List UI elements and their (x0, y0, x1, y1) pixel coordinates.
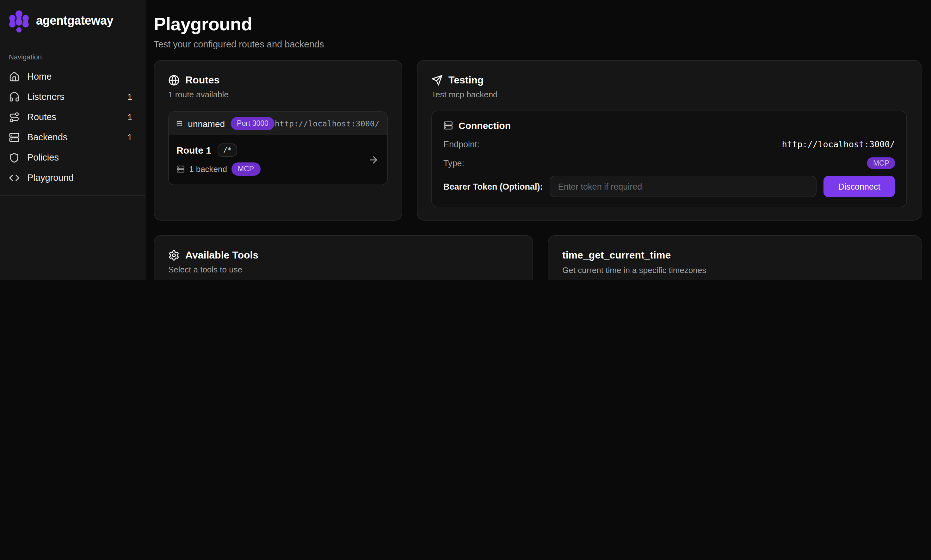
testing-card-header: Testing (432, 75, 907, 86)
testing-card-subtitle: Test mcp backend (432, 90, 907, 100)
disconnect-button[interactable]: Disconnect (823, 176, 895, 197)
available-tools-card: Available Tools Select a tools to use Na… (154, 235, 533, 280)
route-type-badge: MCP (231, 163, 260, 176)
routes-card-title: Routes (185, 75, 219, 86)
page-title: Playground (154, 12, 922, 36)
shield-icon (9, 152, 20, 163)
bearer-token-input[interactable] (550, 176, 817, 197)
listener-group: unnamed Port 3000 http://localhost:3000/… (168, 112, 388, 186)
bottom-row: Available Tools Select a tools to use Na… (154, 235, 922, 280)
endpoint-value: http://localhost:3000/ (782, 139, 895, 149)
port-badge: Port 3000 (231, 117, 275, 131)
sidebar-item-badge: 1 (128, 112, 132, 122)
server-icon (176, 119, 182, 129)
sidebar-item-routes[interactable]: Routes 1 (0, 107, 145, 127)
sidebar-item-badge: 1 (128, 132, 132, 142)
endpoint-row: Endpoint: http://localhost:3000/ (443, 139, 895, 149)
tools-card-title: Available Tools (185, 250, 258, 262)
tool-runner-card: time_get_current_time Get current time i… (548, 235, 922, 280)
top-row: Routes 1 route available unnamed Port 30… (154, 60, 922, 221)
route-item[interactable]: Route 1 /* 1 backend MCP (169, 135, 387, 185)
routes-card: Routes 1 route available unnamed Port 30… (154, 60, 402, 221)
listener-name: unnamed (188, 119, 225, 129)
backend-count: 1 backend (189, 164, 227, 174)
listener-url: http://localhost:3000/ (275, 119, 379, 129)
tool-runner-subtitle: Get current time in a specific timezones (562, 266, 907, 275)
connection-header: Connection (443, 120, 895, 131)
headphones-icon (9, 91, 20, 102)
globe-icon (168, 75, 180, 86)
route-icon (9, 112, 20, 122)
endpoint-label: Endpoint: (443, 140, 479, 149)
app-root: agentgateway Navigation Home Listeners 1 (0, 0, 931, 280)
testing-card-title: Testing (449, 75, 484, 86)
nav-section-label: Navigation (9, 53, 145, 61)
route-line1: Route 1 /* (176, 144, 379, 157)
type-label: Type: (443, 158, 464, 168)
tools-card-header: Available Tools (168, 250, 519, 262)
testing-card: Testing Test mcp backend Connection Endp… (417, 60, 922, 221)
sidebar-item-label: Listeners (27, 92, 65, 102)
sidebar-item-label: Routes (27, 112, 56, 122)
route-name: Route 1 (176, 145, 211, 156)
sidebar-item-home[interactable]: Home (0, 66, 145, 86)
send-icon (432, 75, 443, 86)
sidebar-item-label: Backends (27, 132, 67, 142)
sidebar-divider (0, 195, 145, 196)
listener-row[interactable]: unnamed Port 3000 http://localhost:3000/ (169, 112, 387, 135)
bearer-token-label: Bearer Token (Optional): (443, 182, 543, 192)
route-line2: 1 backend MCP (176, 163, 379, 176)
sidebar-item-backends[interactable]: Backends 1 (0, 127, 145, 147)
routes-card-header: Routes (168, 75, 388, 86)
sidebar-item-policies[interactable]: Policies (0, 147, 145, 168)
page-subtitle: Test your configured routes and backends (154, 40, 922, 49)
home-icon (9, 71, 20, 82)
agentgateway-logo-icon (9, 9, 29, 32)
routes-card-subtitle: 1 route available (168, 90, 388, 100)
type-badge: MCP (868, 158, 895, 169)
route-path-badge: /* (217, 144, 237, 157)
code-icon (9, 172, 20, 183)
server-icon (176, 165, 185, 173)
gear-icon (168, 250, 180, 262)
brand[interactable]: agentgateway (0, 0, 145, 42)
sidebar-item-listeners[interactable]: Listeners 1 (0, 86, 145, 107)
sidebar-item-badge: 1 (128, 92, 132, 102)
sidebar-item-playground[interactable]: Playground (0, 168, 145, 188)
brand-name: agentgateway (36, 14, 113, 28)
sidebar-item-label: Policies (27, 152, 59, 162)
tools-card-subtitle: Select a tools to use (168, 265, 519, 275)
sidebar-nav: Home Listeners 1 Routes 1 (0, 66, 145, 188)
server-icon (9, 132, 20, 143)
tool-runner-title: time_get_current_time (562, 250, 907, 262)
sidebar-item-label: Playground (27, 172, 74, 183)
sidebar-item-label: Home (27, 71, 52, 82)
sidebar: agentgateway Navigation Home Listeners 1 (0, 0, 145, 280)
arrow-right-icon[interactable] (368, 155, 379, 165)
connection-panel: Connection Endpoint: http://localhost:30… (432, 111, 907, 208)
bearer-token-row: Bearer Token (Optional): Disconnect (443, 176, 895, 197)
type-row: Type: MCP (443, 158, 895, 169)
connection-title: Connection (459, 120, 511, 131)
main-content: Playground Test your configured routes a… (145, 0, 931, 280)
server-icon (443, 121, 453, 131)
